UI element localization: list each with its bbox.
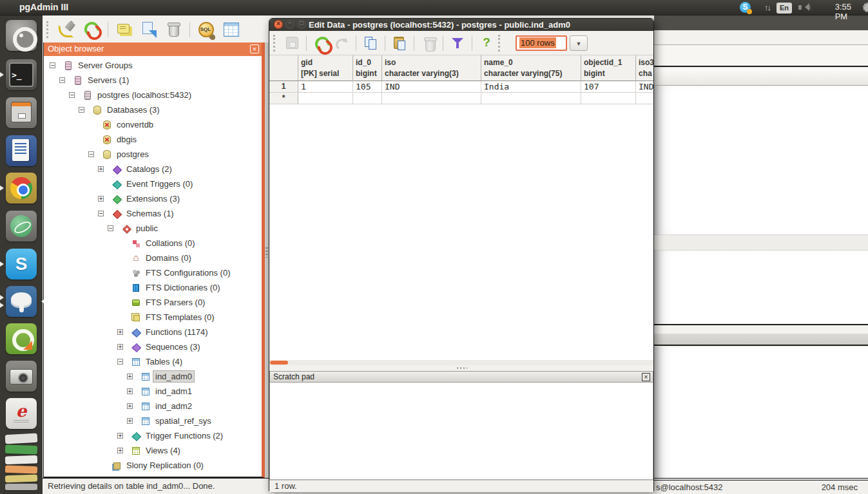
column-header-id-0[interactable]: id_0bigint bbox=[353, 55, 382, 81]
collapse-expander-icon[interactable]: − bbox=[108, 225, 113, 231]
object-browser-header[interactable]: Object browser × bbox=[44, 43, 262, 56]
tree-item-sequences-3[interactable]: +Sequences (3) bbox=[44, 339, 262, 354]
expand-expander-icon[interactable]: + bbox=[127, 403, 133, 409]
tree-item-fts-templates-0[interactable]: FTS Templates (0) bbox=[44, 310, 262, 325]
expand-expander-icon[interactable]: + bbox=[117, 433, 123, 439]
expand-expander-icon[interactable]: + bbox=[127, 374, 133, 379]
cell-gid[interactable]: 1 bbox=[298, 81, 353, 93]
cell-iso3[interactable] bbox=[636, 93, 653, 104]
column-header-gid[interactable]: gid[PK] serial bbox=[298, 55, 353, 81]
session-menu-gear-icon[interactable] bbox=[863, 3, 868, 12]
toolbar-grip[interactable] bbox=[46, 21, 50, 38]
collapse-expander-icon[interactable]: − bbox=[69, 92, 75, 98]
scratch-pad-header[interactable]: Scratch pad × bbox=[269, 371, 653, 383]
cell-id-0[interactable] bbox=[353, 93, 382, 104]
column-header-objectid-1[interactable]: objectid_1bigint bbox=[581, 55, 636, 81]
tree-item-extensions-3[interactable]: +Extensions (3) bbox=[44, 191, 262, 206]
collapsed-apps-stack-launcher-icon[interactable] bbox=[4, 433, 39, 494]
tree-item-trigger-functions-2[interactable]: +Trigger Functions (2) bbox=[44, 428, 262, 443]
edit-window-titlebar[interactable]: Edit Data - postgres (localhost:5432) - … bbox=[269, 19, 653, 31]
cell-gid[interactable] bbox=[298, 93, 353, 104]
row-number-cell[interactable]: 1 bbox=[269, 81, 298, 93]
chrome-browser-launcher-icon[interactable] bbox=[6, 173, 37, 204]
document-app-launcher-icon[interactable]: e bbox=[6, 398, 37, 429]
scratch-pad-input[interactable] bbox=[269, 383, 653, 480]
tree-item-ind-adm0[interactable]: +ind_adm0 bbox=[44, 369, 262, 384]
tree-item-postgres-localhost-5432[interactable]: −postgres (localhost:5432) bbox=[44, 88, 262, 102]
camera-app-launcher-icon[interactable] bbox=[6, 361, 37, 392]
delete-icon[interactable] bbox=[420, 35, 437, 52]
expand-expander-icon[interactable]: + bbox=[117, 448, 123, 453]
close-icon[interactable]: × bbox=[250, 44, 259, 53]
cell-iso[interactable]: IND bbox=[382, 81, 481, 93]
cell-id-0[interactable]: 105 bbox=[353, 81, 382, 93]
cell-iso3[interactable]: IND bbox=[636, 81, 653, 93]
expand-expander-icon[interactable]: + bbox=[117, 329, 123, 335]
collapse-expander-icon[interactable]: − bbox=[50, 62, 55, 68]
science-app-launcher-icon[interactable] bbox=[6, 211, 37, 242]
copy-icon[interactable] bbox=[362, 35, 379, 52]
qgis-launcher-icon[interactable] bbox=[6, 323, 37, 354]
tree-item-dbgis[interactable]: dbgis bbox=[44, 132, 262, 147]
tree-item-event-triggers-0[interactable]: Event Triggers (0) bbox=[44, 176, 262, 191]
tree-item-servers-1[interactable]: −Servers (1) bbox=[44, 73, 262, 88]
expand-expander-icon[interactable]: + bbox=[98, 196, 104, 202]
save-icon[interactable] bbox=[284, 35, 300, 52]
maximize-button[interactable] bbox=[297, 20, 306, 29]
refresh-icon[interactable] bbox=[313, 35, 329, 52]
cell-objectid-1[interactable]: 107 bbox=[581, 81, 636, 93]
sql-query-tool-icon[interactable] bbox=[197, 20, 216, 39]
keyboard-layout-indicator[interactable]: En bbox=[776, 3, 792, 14]
view-data-icon[interactable] bbox=[221, 20, 240, 39]
network-indicator-icon[interactable]: ↑↓ bbox=[764, 3, 770, 12]
tree-item-fts-configurations-0[interactable]: FTS Configurations (0) bbox=[44, 265, 262, 280]
column-header-name-0[interactable]: name_0character varying(75) bbox=[481, 55, 581, 81]
tree-item-spatial-ref-sys[interactable]: +spatial_ref_sys bbox=[44, 413, 262, 428]
tree-item-domains-0[interactable]: Domains (0) bbox=[44, 251, 262, 265]
expand-expander-icon[interactable]: + bbox=[127, 418, 133, 424]
cell-iso[interactable] bbox=[382, 93, 481, 104]
row-limit-dropdown-button[interactable]: ▼ bbox=[570, 35, 588, 51]
expand-expander-icon[interactable]: + bbox=[98, 166, 104, 172]
tree-item-ind-adm2[interactable]: +ind_adm2 bbox=[44, 399, 262, 413]
ubuntu-dash-launcher-icon[interactable] bbox=[6, 20, 37, 51]
volume-muted-icon[interactable]: × bbox=[807, 3, 811, 12]
toolbar-grip[interactable] bbox=[498, 35, 501, 52]
tree-item-fts-dictionaries-0[interactable]: FTS Dictionaries (0) bbox=[44, 280, 262, 295]
horizontal-scrollbar[interactable] bbox=[269, 360, 653, 365]
clock[interactable]: 3:55 PM bbox=[835, 2, 851, 21]
close-button[interactable] bbox=[274, 20, 283, 29]
paste-icon[interactable] bbox=[391, 35, 408, 52]
tree-item-convertdb[interactable]: convertdb bbox=[44, 117, 262, 132]
tree-item-slony-replication-0[interactable]: Slony Replication (0) bbox=[44, 458, 262, 473]
cell-name-0[interactable] bbox=[481, 93, 581, 104]
tree-item-postgres[interactable]: −postgres bbox=[44, 147, 262, 162]
tree-item-views-4[interactable]: +Views (4) bbox=[44, 443, 262, 458]
collapse-expander-icon[interactable]: − bbox=[88, 151, 94, 157]
expand-expander-icon[interactable]: + bbox=[127, 388, 133, 394]
libreoffice-writer-launcher-icon[interactable] bbox=[6, 135, 37, 166]
row-number-cell[interactable]: * bbox=[269, 93, 298, 104]
tree-item-ind-adm1[interactable]: +ind_adm1 bbox=[44, 384, 262, 399]
undo-icon[interactable] bbox=[333, 35, 350, 52]
tree-item-public[interactable]: −public bbox=[44, 221, 262, 236]
column-header-iso[interactable]: isocharacter varying(3) bbox=[382, 55, 481, 81]
scrollbar-thumb[interactable] bbox=[270, 361, 288, 365]
collapse-expander-icon[interactable]: − bbox=[117, 359, 123, 365]
file-manager-launcher-icon[interactable] bbox=[6, 97, 37, 128]
collapse-expander-icon[interactable]: − bbox=[79, 107, 84, 113]
pgadmin-elephant-launcher-icon[interactable] bbox=[6, 286, 37, 317]
tree-item-tablespaces-2[interactable]: +Tablespaces (2) bbox=[44, 473, 262, 477]
object-properties-icon[interactable] bbox=[115, 20, 134, 39]
toolbar-grip[interactable] bbox=[273, 35, 276, 52]
help-icon[interactable] bbox=[478, 35, 495, 52]
column-header-iso3[interactable]: iso3cha bbox=[636, 55, 653, 81]
tree-item-databases-3[interactable]: −Databases (3) bbox=[44, 102, 262, 117]
collapse-expander-icon[interactable]: − bbox=[98, 211, 104, 216]
terminal-launcher-icon[interactable]: >_ bbox=[6, 59, 37, 90]
refresh-icon[interactable] bbox=[82, 20, 101, 39]
grid-corner-cell[interactable] bbox=[269, 55, 298, 81]
tree-item-catalogs-2[interactable]: +Catalogs (2) bbox=[44, 162, 262, 176]
tree-item-functions-1174[interactable]: +Functions (1174) bbox=[44, 325, 262, 339]
skype-tray-icon[interactable]: S bbox=[740, 2, 751, 13]
